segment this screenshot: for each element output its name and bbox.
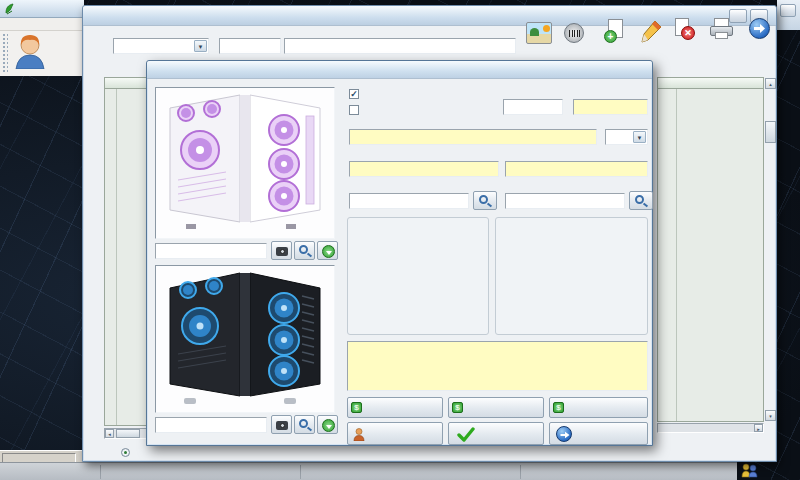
filtro-geral-input[interactable] (219, 38, 281, 54)
estoque-groupbox (347, 217, 489, 335)
check-icon (457, 427, 475, 442)
sair-button[interactable] (745, 18, 775, 56)
search-icon (479, 195, 488, 204)
relacao-button[interactable] (705, 18, 743, 56)
excluir-button[interactable]: ✕ (667, 18, 703, 56)
grupo-input[interactable] (505, 193, 625, 209)
magnifier-icon (299, 245, 308, 254)
localizacao-grid: ▴ ▾ ▸ (657, 77, 777, 442)
camera-button-1[interactable] (271, 241, 292, 260)
consultar-vendas-button[interactable]: $ (549, 397, 648, 418)
salvar-label (488, 429, 504, 438)
barras-input[interactable] (573, 99, 648, 115)
descricao-input[interactable] (349, 129, 597, 145)
codigo-input[interactable] (503, 99, 563, 115)
salvar-button[interactable] (448, 422, 544, 445)
background-app-titlebar (0, 0, 84, 18)
load-image-button-1[interactable] (317, 241, 338, 260)
background-app-menubar[interactable] (0, 18, 84, 31)
image2-path-input[interactable] (155, 417, 267, 433)
checkbox-icon (349, 89, 359, 99)
bottom-statusbar-strip (0, 462, 737, 480)
arrow-right-icon (753, 23, 766, 34)
camera-button-2[interactable] (271, 415, 292, 434)
edit-pencil-icon[interactable] (639, 19, 663, 45)
col-localizacao[interactable] (657, 77, 764, 89)
money-icon: $ (452, 402, 463, 413)
cadastro-modal: ▼ $ $ $ (146, 60, 653, 446)
marcas-search-button[interactable] (473, 191, 497, 210)
localizacao-hscrollbar[interactable]: ▸ (657, 423, 764, 433)
valores-groupbox (495, 217, 648, 335)
magnifier-icon (299, 419, 308, 428)
barcode-icon[interactable] (564, 23, 584, 43)
modal-sair-button[interactable] (549, 422, 648, 445)
relacionar-fornecedor-label (388, 429, 402, 438)
consultar-ordem-button[interactable]: $ (448, 397, 544, 418)
arrow-right-icon (560, 431, 570, 439)
vscroll-thumb[interactable] (765, 121, 776, 143)
product-image-1 (155, 87, 335, 239)
image1-path-input[interactable] (155, 243, 267, 259)
ordenar-combo[interactable]: ▼ (113, 38, 209, 54)
legend-bar (83, 446, 778, 462)
scroll-down-icon[interactable]: ▾ (765, 410, 776, 421)
habilitar-radio-icon[interactable] (121, 448, 130, 457)
consultar-vendas-label (593, 404, 605, 411)
unidade-combo[interactable]: ▼ (605, 129, 648, 145)
scroll-up-icon[interactable]: ▴ (765, 78, 776, 89)
person-icon (353, 428, 365, 441)
observacao-textarea[interactable] (347, 341, 648, 391)
app-close-button[interactable] (780, 4, 796, 17)
background-app-corner (777, 0, 800, 30)
localizacao-input[interactable] (505, 161, 648, 177)
consultar-compras-label (389, 404, 401, 411)
modal-titlebar[interactable] (147, 61, 652, 79)
zoom-image-button-1[interactable] (294, 241, 315, 260)
new-product-icon[interactable]: + (603, 19, 627, 45)
referencia-input[interactable] (349, 161, 499, 177)
localizacao-grid-body (657, 89, 764, 422)
marcas-input[interactable] (349, 193, 469, 209)
load-image-button-2[interactable] (317, 415, 338, 434)
money-icon: $ (351, 402, 362, 413)
consultar-compras-button[interactable]: $ (347, 397, 443, 418)
consultar-ordem-label (490, 404, 502, 411)
chevron-down-icon[interactable]: ▼ (633, 131, 646, 143)
grupo-search-button[interactable] (629, 191, 653, 210)
background-app-toolbar (0, 31, 84, 76)
money-icon: $ (553, 402, 564, 413)
taskbar-people-icon[interactable] (740, 463, 758, 478)
product-image-2 (155, 265, 335, 413)
search-icon (635, 195, 644, 204)
toolbar-grip-dots (2, 33, 8, 73)
checkbox-icon (349, 105, 359, 115)
app-logo-icon (3, 2, 16, 15)
picture-icon[interactable] (526, 22, 552, 44)
relacionar-fornecedor-button[interactable] (347, 422, 443, 445)
filtro-categoria-input[interactable] (284, 38, 516, 54)
zoom-image-button-2[interactable] (294, 415, 315, 434)
clientes-icon[interactable] (10, 33, 50, 69)
modal-sair-label (591, 429, 607, 438)
chevron-down-icon[interactable]: ▼ (194, 40, 207, 52)
